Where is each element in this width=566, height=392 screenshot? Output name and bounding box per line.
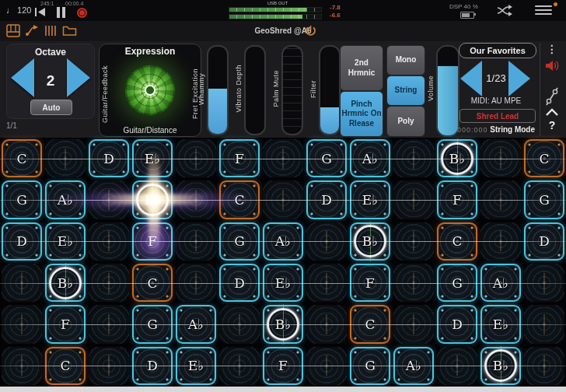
pinch-harmonic-button[interactable]: Pinch Hrmnic On Rlease [340, 91, 383, 137]
empty-cell[interactable] [45, 139, 86, 177]
note-cell-ab[interactable]: A♭ [176, 305, 216, 343]
note-grid[interactable]: CDE♭FGA♭B♭CGA♭B♭CDE♭FGDE♭FGA♭B♭CDB♭CDE♭F… [0, 138, 566, 387]
note-cell-eb[interactable]: E♭ [132, 139, 173, 177]
audio-route-icon[interactable] [496, 5, 515, 16]
empty-cell[interactable] [176, 180, 216, 219]
empty-cell[interactable] [176, 264, 216, 302]
note-cell-d[interactable]: D [2, 222, 42, 261]
auto-button[interactable]: Auto [30, 100, 72, 115]
empty-cell[interactable] [89, 347, 129, 385]
note-cell-f[interactable]: F [132, 222, 173, 261]
string-button[interactable]: String [386, 75, 425, 106]
poly-button[interactable]: Poly [386, 106, 425, 137]
empty-cell[interactable] [393, 264, 434, 302]
note-cell-f[interactable]: F [219, 139, 260, 177]
volume-slider[interactable] [436, 45, 459, 137]
note-cell-g[interactable]: G [350, 347, 390, 385]
empty-cell[interactable] [89, 180, 129, 219]
note-cell-g[interactable]: G [132, 305, 173, 343]
note-cell-g[interactable]: G [524, 180, 564, 219]
empty-cell[interactable] [219, 305, 260, 343]
hamburger-menu-icon[interactable] [535, 5, 552, 16]
empty-cell[interactable] [89, 222, 129, 261]
note-cell-ab[interactable]: A♭ [263, 222, 303, 261]
empty-cell[interactable] [437, 347, 477, 385]
note-cell-ab[interactable]: A♭ [480, 264, 521, 302]
note-cell-bb[interactable]: B♭ [480, 347, 521, 385]
note-cell-eb[interactable]: E♭ [45, 222, 86, 261]
note-cell-g[interactable]: G [306, 139, 347, 177]
preset-name-box[interactable]: Shred Lead [459, 109, 536, 123]
note-cell-c[interactable]: C [437, 222, 477, 261]
power-icon[interactable] [305, 25, 316, 37]
second-harmonic-button[interactable]: 2nd Hrmnic [340, 45, 383, 91]
whammy-slider[interactable] [207, 45, 229, 135]
palm-mute-slider[interactable] [281, 45, 303, 135]
empty-cell[interactable] [306, 347, 347, 385]
tempo-display[interactable]: ♩ 120 [6, 5, 31, 15]
note-cell-f[interactable]: F [263, 347, 303, 385]
more-options-icon[interactable]: ⋮ [543, 43, 561, 55]
empty-cell[interactable] [306, 264, 347, 302]
empty-cell[interactable] [219, 347, 260, 385]
note-cell-ab[interactable]: A♭ [393, 347, 434, 385]
note-cell-d[interactable]: D [132, 347, 173, 385]
note-cell-f[interactable]: F [437, 180, 477, 219]
note-cell-c[interactable]: C [524, 139, 564, 177]
favorites-button[interactable]: Our Favorites [459, 43, 536, 58]
empty-cell[interactable] [393, 305, 434, 343]
empty-cell[interactable] [524, 305, 564, 343]
filter-slider[interactable] [319, 45, 341, 135]
note-cell-ab[interactable]: A♭ [350, 139, 390, 177]
empty-cell[interactable] [2, 305, 42, 343]
collapse-chevron-icon[interactable] [543, 108, 561, 117]
note-cell-eb[interactable]: E♭ [480, 305, 521, 343]
empty-cell[interactable] [480, 180, 521, 219]
mono-button[interactable]: Mono [386, 45, 425, 75]
speaker-icon[interactable] [543, 60, 561, 72]
note-cell-d[interactable]: D [524, 222, 564, 261]
note-cell-d[interactable]: D [89, 139, 129, 177]
note-cell-eb[interactable]: E♭ [350, 180, 390, 219]
empty-cell[interactable] [524, 264, 564, 302]
empty-cell[interactable] [306, 305, 347, 343]
note-cell-eb[interactable]: E♭ [176, 347, 216, 385]
empty-cell[interactable] [2, 264, 42, 302]
empty-cell[interactable] [263, 139, 303, 177]
pause-button[interactable] [56, 7, 68, 17]
note-cell-f[interactable]: F [350, 264, 390, 302]
empty-cell[interactable] [176, 139, 216, 177]
empty-cell[interactable] [393, 139, 434, 177]
vibrato-depth-slider[interactable] [244, 45, 266, 135]
favorites-next-button[interactable] [508, 61, 530, 96]
empty-cell[interactable] [393, 222, 434, 261]
empty-cell[interactable] [524, 347, 564, 385]
note-cell-c[interactable]: C [132, 264, 173, 302]
empty-cell[interactable] [176, 222, 216, 261]
note-cell-bb[interactable]: B♭ [132, 180, 173, 219]
empty-cell[interactable] [480, 139, 521, 177]
expression-xy-pad[interactable] [125, 65, 175, 115]
note-cell-eb[interactable]: E♭ [263, 264, 303, 302]
empty-cell[interactable] [263, 180, 303, 219]
empty-cell[interactable] [89, 305, 129, 343]
note-cell-c[interactable]: C [2, 139, 42, 177]
note-cell-g[interactable]: G [2, 180, 42, 219]
note-cell-d[interactable]: D [219, 264, 260, 302]
note-cell-bb[interactable]: B♭ [45, 264, 86, 302]
note-cell-c[interactable]: C [45, 347, 86, 385]
empty-cell[interactable] [89, 264, 129, 302]
note-cell-d[interactable]: D [306, 180, 347, 219]
rewind-button[interactable] [34, 7, 47, 17]
fader-route-icon[interactable] [543, 86, 561, 107]
note-cell-bb[interactable]: B♭ [350, 222, 390, 261]
record-button[interactable] [76, 7, 89, 17]
favorites-prev-button[interactable] [460, 61, 482, 96]
note-cell-bb[interactable]: B♭ [263, 305, 303, 343]
empty-cell[interactable] [480, 222, 521, 261]
note-cell-g[interactable]: G [219, 222, 260, 261]
empty-cell[interactable] [306, 222, 347, 261]
note-cell-c[interactable]: C [219, 180, 260, 219]
note-cell-g[interactable]: G [437, 264, 477, 302]
note-cell-d[interactable]: D [437, 305, 477, 343]
